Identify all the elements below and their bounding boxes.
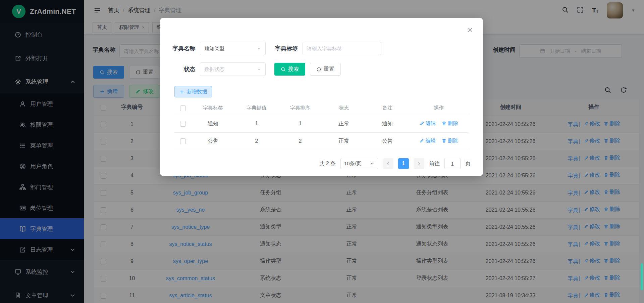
plus-icon xyxy=(179,89,184,94)
chevron-down-icon xyxy=(257,67,261,72)
chevron-left-icon xyxy=(386,161,390,166)
chevron-down-icon xyxy=(257,46,261,51)
cell-remark: 通知 xyxy=(366,115,409,132)
status-select[interactable]: 数据状态 xyxy=(200,62,266,76)
cell-status: 正常 xyxy=(322,132,366,150)
row-delete-link[interactable]: 删除 xyxy=(442,120,458,127)
cell-dict-sort: 2 xyxy=(278,132,322,150)
dict-data-table-body: 通知 1 1 正常 通知 编辑 删除 公告 2 2 正常 xyxy=(174,115,468,150)
row-edit-link[interactable]: 编辑 xyxy=(420,138,436,144)
goto-label: 前往 xyxy=(429,160,440,167)
row-checkbox[interactable] xyxy=(180,138,186,144)
cell-dict-sort: 1 xyxy=(278,115,322,132)
page-size-value: 10条/页 xyxy=(344,161,361,167)
cell-dict-label: 通知 xyxy=(191,115,235,132)
dict-label-input[interactable] xyxy=(303,42,381,55)
pencil-icon xyxy=(420,121,424,126)
table-row: 公告 2 2 正常 公告 编辑 删除 xyxy=(174,132,468,150)
modal-search-button[interactable]: 搜索 xyxy=(274,63,305,76)
header-dict-sort: 字典排序 xyxy=(278,101,322,115)
cell-remark: 公告 xyxy=(366,132,409,150)
status-label: 状态 xyxy=(170,66,195,73)
pencil-icon xyxy=(420,138,424,143)
page-unit-label: 页 xyxy=(465,160,471,167)
row-edit-link[interactable]: 编辑 xyxy=(420,120,436,127)
trash-icon xyxy=(442,121,446,126)
select-placeholder: 数据状态 xyxy=(204,66,224,73)
dict-data-table: 字典标签 字典键值 字典排序 状态 备注 操作 通知 1 1 正常 通知 编 xyxy=(174,101,468,150)
header-remark: 备注 xyxy=(366,101,409,115)
header-dict-key: 字典键值 xyxy=(235,101,278,115)
header-dict-label: 字典标签 xyxy=(191,101,235,115)
close-icon[interactable] xyxy=(467,27,473,34)
chevron-right-icon xyxy=(417,161,421,166)
selected-value: 通知类型 xyxy=(204,45,224,52)
add-data-button[interactable]: 新增数据 xyxy=(174,86,212,97)
cell-status: 正常 xyxy=(322,115,366,132)
next-page-button[interactable] xyxy=(414,158,424,169)
table-header-row: 字典标签 字典键值 字典排序 状态 备注 操作 xyxy=(174,101,468,115)
page-size-select[interactable]: 10条/页 xyxy=(340,158,378,169)
refresh-icon xyxy=(316,67,321,72)
scrollbar-thumb[interactable] xyxy=(641,263,643,290)
cell-dict-key: 2 xyxy=(235,132,278,150)
select-all-checkbox[interactable] xyxy=(180,105,186,111)
prev-page-button[interactable] xyxy=(383,158,393,169)
modal-reset-button[interactable]: 重置 xyxy=(310,63,341,76)
pagination: 共 2 条 10条/页 1 前往 页 xyxy=(319,158,471,169)
dict-data-dialog: 字典名称 通知类型 字典标签 状态 数据状态 搜索 重置 xyxy=(160,18,483,176)
goto-page-input[interactable] xyxy=(444,158,461,169)
page-1-button[interactable]: 1 xyxy=(398,158,409,169)
trash-icon xyxy=(442,138,446,143)
row-delete-link[interactable]: 删除 xyxy=(442,138,458,144)
cell-dict-label: 公告 xyxy=(191,132,235,150)
total-count: 共 2 条 xyxy=(319,160,336,167)
search-icon xyxy=(281,67,286,72)
header-action: 操作 xyxy=(409,101,468,115)
dict-name-label: 字典名称 xyxy=(170,45,195,52)
dialog-filter-form: 字典名称 通知类型 字典标签 状态 数据状态 搜索 重置 xyxy=(170,42,381,83)
dict-name-select[interactable]: 通知类型 xyxy=(200,42,266,55)
row-checkbox[interactable] xyxy=(180,121,186,127)
header-status: 状态 xyxy=(322,101,366,115)
chevron-down-icon xyxy=(370,162,374,166)
table-row: 通知 1 1 正常 通知 编辑 删除 xyxy=(174,115,468,132)
dict-label-label: 字典标签 xyxy=(275,45,298,52)
cell-dict-key: 1 xyxy=(235,115,278,132)
